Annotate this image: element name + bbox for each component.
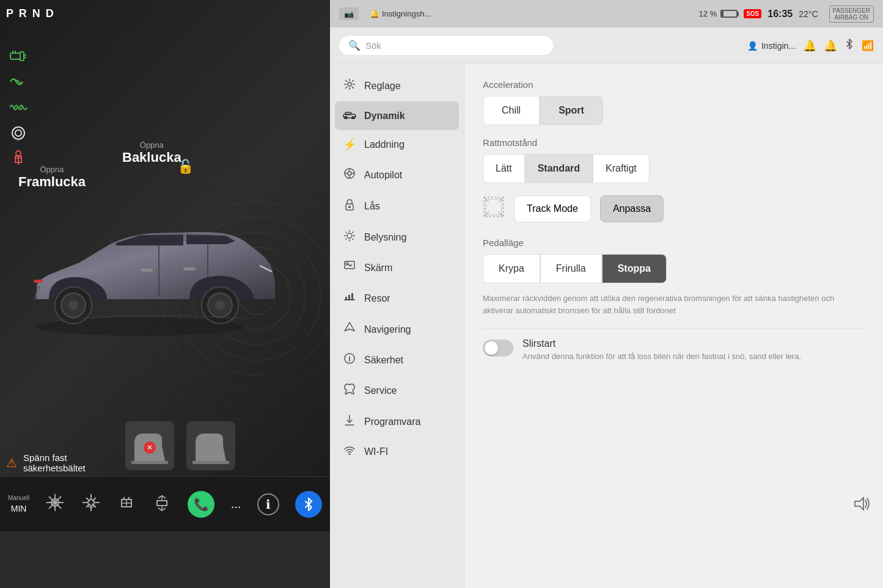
instigning-tab[interactable]: 🔔 Instigningsh...	[364, 7, 437, 20]
climate-btn-4[interactable]	[152, 493, 172, 515]
pedal-buttons: Krypa Frirulla Stoppa	[483, 254, 865, 283]
seatbelt-warning: ⚠ Spänn fast säkerhetsbältet	[6, 452, 86, 473]
pedalage-title: Pedalläge	[483, 238, 865, 248]
programvara-icon	[342, 414, 357, 429]
warning-text-2: säkerhetsbältet	[23, 463, 86, 473]
nav-item-dynamik[interactable]: Dynamik	[335, 101, 459, 130]
anpassa-button[interactable]: Anpassa	[600, 195, 664, 222]
svg-point-64	[348, 206, 351, 208]
skarm-icon	[342, 261, 357, 275]
wifi-header-icon[interactable]: 📶	[862, 40, 874, 51]
btn-krypa[interactable]: Krypa	[483, 254, 540, 283]
nav-item-resor[interactable]: Resor	[330, 283, 464, 314]
notification-icon[interactable]: 🔔	[824, 39, 837, 53]
track-mode-button[interactable]: Track Mode	[514, 195, 591, 222]
svg-rect-54	[345, 112, 351, 115]
svg-text:✕: ✕	[147, 443, 153, 452]
slirstart-row: Slirstart Använd denna funktion för att …	[483, 338, 865, 362]
nav-item-programvara[interactable]: Programvara	[330, 406, 464, 437]
menu-dots[interactable]: ...	[231, 497, 241, 511]
svg-line-73	[346, 239, 347, 240]
search-icon: 🔍	[348, 40, 361, 51]
slirstart-text: Slirstart Använd denna funktion för att …	[522, 338, 801, 362]
svg-point-34	[215, 300, 225, 310]
slirstart-toggle[interactable]	[483, 339, 513, 357]
main-content: Reglage Dynamik ⚡ Laddni	[330, 64, 883, 588]
service-icon	[342, 383, 357, 398]
profile-label: Instigin...	[761, 41, 796, 51]
climate-btn-1[interactable]	[45, 493, 65, 516]
btn-stoppa[interactable]: Stoppa	[602, 254, 667, 283]
header-right: 👤 Instigin... 🔔 🔔 📶	[747, 38, 874, 53]
framlucka-label[interactable]: Öppna Framlucka	[18, 165, 86, 190]
ratt-buttons: Lätt Standard Kraftigt	[483, 154, 865, 183]
nav-menu: Reglage Dynamik ⚡ Laddni	[330, 64, 464, 588]
baklucka-label[interactable]: Öppna Baklucka	[122, 140, 181, 165]
btn-frirulla[interactable]: Frirulla	[540, 254, 602, 283]
battery-fill	[722, 11, 724, 16]
svg-rect-16	[20, 52, 24, 60]
sakerhet-icon: i	[342, 353, 357, 367]
nav-label-navigering: Navigering	[364, 324, 411, 335]
temp-display: 22°C	[799, 9, 818, 19]
taskbar-manual: Manuell MIN	[8, 495, 29, 514]
svg-point-21	[12, 127, 24, 139]
bluetooth-button[interactable]	[295, 491, 322, 518]
instigning-tab-icon: 🔔	[370, 9, 379, 18]
toggle-knob	[485, 341, 498, 355]
climate-btn-3[interactable]	[117, 493, 136, 515]
nav-item-sakerhet[interactable]: i Säkerhet	[330, 345, 464, 375]
btn-sport[interactable]: Sport	[540, 96, 603, 125]
left-warning-icons: !	[9, 49, 27, 166]
svg-rect-75	[346, 263, 348, 264]
wifi-icon	[342, 445, 357, 458]
nav-item-laddning[interactable]: ⚡ Laddning	[330, 130, 464, 159]
alarm-icon[interactable]: 🔔	[803, 39, 816, 53]
profile-area[interactable]: 👤 Instigin...	[747, 41, 796, 51]
svg-point-65	[347, 233, 352, 238]
svg-point-24	[16, 151, 21, 156]
nav-label-programvara: Programvara	[364, 416, 420, 427]
manuell-label: Manuell	[8, 495, 29, 501]
bluetooth-header-icon[interactable]	[845, 38, 854, 53]
btn-latt[interactable]: Lätt	[483, 154, 525, 183]
phone-button[interactable]: 📞	[188, 491, 214, 518]
battery-indicator: 12 %	[699, 9, 738, 18]
volume-icon[interactable]	[854, 496, 871, 515]
nav-item-reglage[interactable]: Reglage	[330, 70, 464, 101]
stability-icon	[9, 100, 27, 115]
nav-item-belysning[interactable]: Belysning	[330, 222, 464, 253]
screen-container: P R N D	[0, 0, 883, 588]
acceleration-title: Acceleration	[483, 79, 865, 90]
nav-item-autopilot[interactable]: Autopilot	[330, 159, 464, 191]
nav-item-wifi[interactable]: WI-FI	[330, 437, 464, 466]
section-divider	[483, 328, 865, 329]
btn-kraftigt[interactable]: Kraftigt	[593, 154, 650, 183]
camera-icon: 📷	[344, 9, 354, 18]
autopilot-icon	[342, 167, 357, 183]
svg-rect-15	[10, 53, 20, 59]
nav-item-service[interactable]: Service	[330, 375, 464, 406]
right-panel: 📷 🔔 Instigningsh... 12 % SOS 16:35 22°C	[330, 0, 883, 588]
acceleration-buttons: Chill Sport	[483, 96, 865, 125]
svg-point-47	[88, 499, 94, 506]
seat-controls: ✕	[122, 418, 238, 473]
svg-rect-76	[344, 299, 355, 300]
nav-item-las[interactable]: Lås	[330, 191, 464, 222]
search-bar[interactable]: 🔍 Sök	[339, 36, 553, 55]
btn-standard[interactable]: Standard	[525, 154, 593, 183]
warning-text: Spänn fast	[23, 452, 86, 463]
airbag-indicator: PASSENGERAIRBAG ON	[829, 5, 874, 23]
info-button[interactable]: ℹ	[257, 493, 279, 515]
btn-chill[interactable]: Chill	[483, 96, 540, 125]
svg-line-70	[346, 232, 347, 233]
svg-marker-90	[855, 498, 863, 510]
nav-item-skarm[interactable]: Skärm	[330, 253, 464, 283]
svg-line-88	[484, 212, 489, 217]
settings-content: Acceleration Chill Sport Rattmotstånd Lä…	[464, 64, 883, 588]
svg-rect-78	[348, 295, 350, 299]
rattmotstrand-section: Rattmotstånd Lätt Standard Kraftigt	[483, 137, 865, 183]
climate-btn-2[interactable]	[81, 493, 101, 516]
camera-tab[interactable]: 📷	[339, 7, 359, 20]
nav-item-navigering[interactable]: Navigering	[330, 314, 464, 345]
